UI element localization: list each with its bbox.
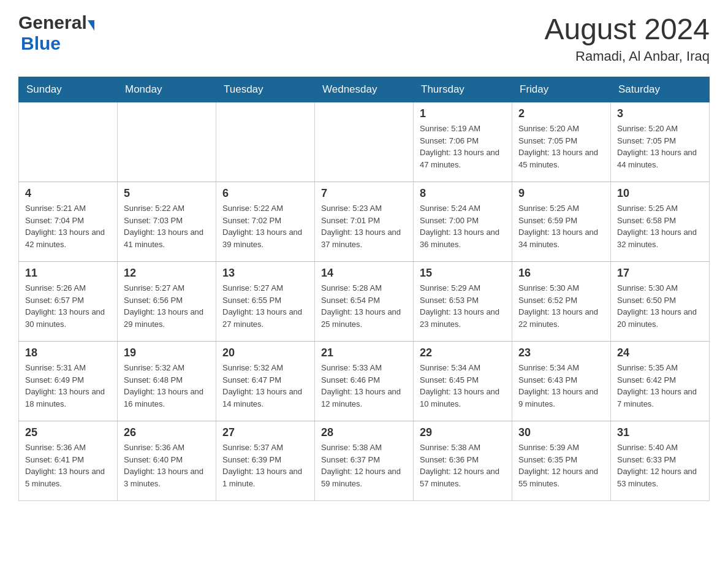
day-number: 24 xyxy=(617,347,703,359)
day-number: 16 xyxy=(518,267,604,280)
column-header-thursday: Thursday xyxy=(414,77,512,102)
day-info: Sunrise: 5:37 AM Sunset: 6:39 PM Dayligh… xyxy=(222,442,308,489)
calendar-cell: 26Sunrise: 5:36 AM Sunset: 6:40 PM Dayli… xyxy=(118,421,216,501)
day-number: 5 xyxy=(124,187,210,200)
calendar-table: SundayMondayTuesdayWednesdayThursdayFrid… xyxy=(18,77,710,501)
day-info: Sunrise: 5:30 AM Sunset: 6:50 PM Dayligh… xyxy=(617,282,703,330)
calendar-cell: 15Sunrise: 5:29 AM Sunset: 6:53 PM Dayli… xyxy=(414,262,512,342)
day-info: Sunrise: 5:30 AM Sunset: 6:52 PM Dayligh… xyxy=(518,282,604,330)
calendar-cell: 2Sunrise: 5:20 AM Sunset: 7:05 PM Daylig… xyxy=(512,102,611,182)
day-number: 3 xyxy=(617,107,703,120)
calendar-cell: 12Sunrise: 5:27 AM Sunset: 6:56 PM Dayli… xyxy=(118,262,216,342)
page-header: General Blue August 2024 Ramadi, Al Anba… xyxy=(18,12,710,64)
day-number: 30 xyxy=(518,426,604,439)
title-section: August 2024 Ramadi, Al Anbar, Iraq xyxy=(544,12,710,64)
day-info: Sunrise: 5:32 AM Sunset: 6:47 PM Dayligh… xyxy=(222,362,308,410)
day-info: Sunrise: 5:27 AM Sunset: 6:56 PM Dayligh… xyxy=(124,282,210,330)
calendar-cell: 25Sunrise: 5:36 AM Sunset: 6:41 PM Dayli… xyxy=(19,421,118,501)
calendar-cell: 17Sunrise: 5:30 AM Sunset: 6:50 PM Dayli… xyxy=(611,262,710,342)
day-info: Sunrise: 5:22 AM Sunset: 7:03 PM Dayligh… xyxy=(124,202,210,250)
day-number: 20 xyxy=(222,347,308,359)
calendar-cell: 9Sunrise: 5:25 AM Sunset: 6:59 PM Daylig… xyxy=(512,182,611,262)
calendar-cell: 14Sunrise: 5:28 AM Sunset: 6:54 PM Dayli… xyxy=(315,262,414,342)
calendar-cell: 22Sunrise: 5:34 AM Sunset: 6:45 PM Dayli… xyxy=(414,342,512,421)
calendar-cell: 29Sunrise: 5:38 AM Sunset: 6:36 PM Dayli… xyxy=(414,421,512,501)
day-number: 25 xyxy=(25,426,111,439)
day-number: 14 xyxy=(321,267,407,280)
day-info: Sunrise: 5:26 AM Sunset: 6:57 PM Dayligh… xyxy=(25,282,111,330)
day-number: 6 xyxy=(222,187,308,200)
day-info: Sunrise: 5:27 AM Sunset: 6:55 PM Dayligh… xyxy=(222,282,308,330)
calendar-cell: 19Sunrise: 5:32 AM Sunset: 6:48 PM Dayli… xyxy=(118,342,216,421)
calendar-cell: 1Sunrise: 5:19 AM Sunset: 7:06 PM Daylig… xyxy=(414,102,512,182)
day-number: 19 xyxy=(124,347,210,359)
day-number: 26 xyxy=(124,426,210,439)
calendar-cell: 7Sunrise: 5:23 AM Sunset: 7:01 PM Daylig… xyxy=(315,182,414,262)
day-number: 1 xyxy=(420,107,506,120)
logo-arrow-icon xyxy=(88,20,94,31)
day-number: 29 xyxy=(420,426,506,439)
calendar-week-row: 1Sunrise: 5:19 AM Sunset: 7:06 PM Daylig… xyxy=(19,102,710,182)
column-header-friday: Friday xyxy=(512,77,611,102)
day-info: Sunrise: 5:34 AM Sunset: 6:43 PM Dayligh… xyxy=(518,362,604,410)
location-text: Ramadi, Al Anbar, Iraq xyxy=(544,48,710,64)
calendar-week-row: 4Sunrise: 5:21 AM Sunset: 7:04 PM Daylig… xyxy=(19,182,710,262)
calendar-cell: 31Sunrise: 5:40 AM Sunset: 6:33 PM Dayli… xyxy=(611,421,710,501)
day-number: 28 xyxy=(321,426,407,439)
calendar-cell: 8Sunrise: 5:24 AM Sunset: 7:00 PM Daylig… xyxy=(414,182,512,262)
calendar-cell: 21Sunrise: 5:33 AM Sunset: 6:46 PM Dayli… xyxy=(315,342,414,421)
day-number: 23 xyxy=(518,347,604,359)
calendar-cell: 18Sunrise: 5:31 AM Sunset: 6:49 PM Dayli… xyxy=(19,342,118,421)
calendar-cell xyxy=(315,102,414,182)
day-number: 21 xyxy=(321,347,407,359)
column-header-saturday: Saturday xyxy=(611,77,710,102)
day-info: Sunrise: 5:25 AM Sunset: 6:58 PM Dayligh… xyxy=(617,202,703,250)
day-number: 10 xyxy=(617,187,703,200)
day-number: 17 xyxy=(617,267,703,280)
calendar-cell: 27Sunrise: 5:37 AM Sunset: 6:39 PM Dayli… xyxy=(216,421,315,501)
day-number: 8 xyxy=(420,187,506,200)
column-header-sunday: Sunday xyxy=(19,77,118,102)
day-info: Sunrise: 5:24 AM Sunset: 7:00 PM Dayligh… xyxy=(420,202,506,250)
logo-general-text: General xyxy=(18,12,87,33)
calendar-cell: 30Sunrise: 5:39 AM Sunset: 6:35 PM Dayli… xyxy=(512,421,611,501)
day-info: Sunrise: 5:25 AM Sunset: 6:59 PM Dayligh… xyxy=(518,202,604,250)
day-info: Sunrise: 5:32 AM Sunset: 6:48 PM Dayligh… xyxy=(124,362,210,410)
day-info: Sunrise: 5:19 AM Sunset: 7:06 PM Dayligh… xyxy=(420,123,506,170)
day-number: 13 xyxy=(222,267,308,280)
calendar-week-row: 18Sunrise: 5:31 AM Sunset: 6:49 PM Dayli… xyxy=(19,342,710,421)
day-number: 31 xyxy=(617,426,703,439)
day-number: 15 xyxy=(420,267,506,280)
day-info: Sunrise: 5:33 AM Sunset: 6:46 PM Dayligh… xyxy=(321,362,407,410)
day-info: Sunrise: 5:36 AM Sunset: 6:40 PM Dayligh… xyxy=(124,442,210,489)
day-info: Sunrise: 5:20 AM Sunset: 7:05 PM Dayligh… xyxy=(518,123,604,170)
calendar-cell: 4Sunrise: 5:21 AM Sunset: 7:04 PM Daylig… xyxy=(19,182,118,262)
day-number: 9 xyxy=(518,187,604,200)
day-number: 11 xyxy=(25,267,111,280)
day-number: 18 xyxy=(25,347,111,359)
calendar-cell xyxy=(216,102,315,182)
calendar-week-row: 11Sunrise: 5:26 AM Sunset: 6:57 PM Dayli… xyxy=(19,262,710,342)
day-info: Sunrise: 5:29 AM Sunset: 6:53 PM Dayligh… xyxy=(420,282,506,330)
calendar-cell: 28Sunrise: 5:38 AM Sunset: 6:37 PM Dayli… xyxy=(315,421,414,501)
calendar-cell: 6Sunrise: 5:22 AM Sunset: 7:02 PM Daylig… xyxy=(216,182,315,262)
calendar-header-row: SundayMondayTuesdayWednesdayThursdayFrid… xyxy=(19,77,710,102)
day-info: Sunrise: 5:39 AM Sunset: 6:35 PM Dayligh… xyxy=(518,442,604,489)
month-year-title: August 2024 xyxy=(544,12,710,46)
day-number: 7 xyxy=(321,187,407,200)
day-number: 27 xyxy=(222,426,308,439)
calendar-cell: 23Sunrise: 5:34 AM Sunset: 6:43 PM Dayli… xyxy=(512,342,611,421)
day-info: Sunrise: 5:21 AM Sunset: 7:04 PM Dayligh… xyxy=(25,202,111,250)
calendar-cell: 13Sunrise: 5:27 AM Sunset: 6:55 PM Dayli… xyxy=(216,262,315,342)
calendar-cell: 16Sunrise: 5:30 AM Sunset: 6:52 PM Dayli… xyxy=(512,262,611,342)
day-info: Sunrise: 5:38 AM Sunset: 6:37 PM Dayligh… xyxy=(321,442,407,489)
day-info: Sunrise: 5:22 AM Sunset: 7:02 PM Dayligh… xyxy=(222,202,308,250)
day-info: Sunrise: 5:31 AM Sunset: 6:49 PM Dayligh… xyxy=(25,362,111,410)
column-header-monday: Monday xyxy=(118,77,216,102)
calendar-cell: 20Sunrise: 5:32 AM Sunset: 6:47 PM Dayli… xyxy=(216,342,315,421)
day-number: 12 xyxy=(124,267,210,280)
day-info: Sunrise: 5:36 AM Sunset: 6:41 PM Dayligh… xyxy=(25,442,111,489)
day-info: Sunrise: 5:40 AM Sunset: 6:33 PM Dayligh… xyxy=(617,442,703,489)
column-header-wednesday: Wednesday xyxy=(315,77,414,102)
day-number: 2 xyxy=(518,107,604,120)
